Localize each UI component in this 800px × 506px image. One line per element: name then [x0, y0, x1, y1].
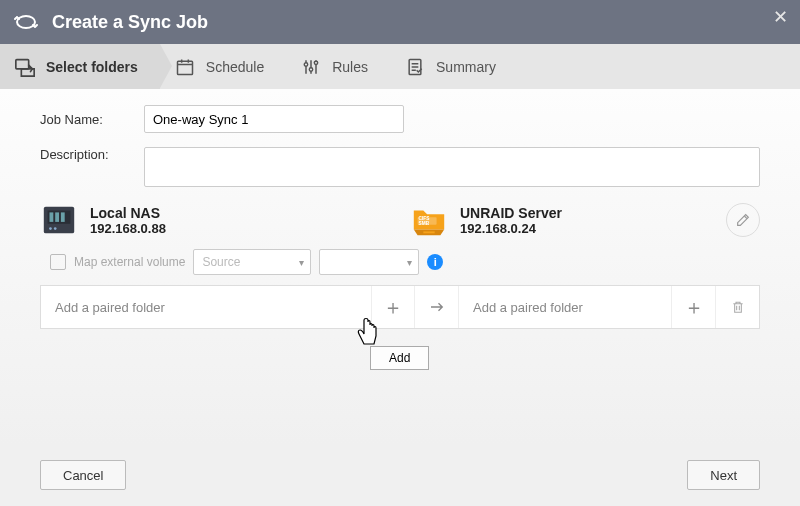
map-source-select[interactable]: Source: [193, 249, 311, 275]
calendar-icon: [174, 56, 196, 78]
svg-rect-10: [55, 212, 59, 222]
destination-host-name: UNRAID Server: [460, 205, 562, 221]
add-source-folder-button[interactable]: ＋: [371, 286, 415, 328]
svg-rect-9: [50, 212, 54, 222]
job-name-input[interactable]: [144, 105, 404, 133]
add-destination-folder-button[interactable]: ＋: [671, 286, 715, 328]
info-icon[interactable]: i: [427, 254, 443, 270]
sync-icon: [14, 10, 38, 34]
step-summary[interactable]: Summary: [390, 44, 518, 89]
step-schedule[interactable]: Schedule: [160, 44, 286, 89]
titlebar: Create a Sync Job: [0, 0, 800, 44]
svg-point-5: [315, 61, 318, 64]
svg-rect-2: [177, 61, 192, 74]
svg-point-4: [310, 67, 313, 70]
wizard-steps: Select folders Schedule Rules Summary: [0, 44, 800, 89]
next-button[interactable]: Next: [687, 460, 760, 490]
source-host-ip: 192.168.0.88: [90, 221, 166, 236]
step-label: Schedule: [206, 59, 264, 75]
svg-rect-17: [423, 231, 434, 233]
map-dest-select[interactable]: [319, 249, 419, 275]
cifs-folder-icon: CIFS SMB: [410, 201, 448, 239]
content-area: Job Name: Description: Local NAS 192.168…: [0, 89, 800, 444]
description-label: Description:: [40, 147, 144, 162]
select-folders-icon: [14, 56, 36, 78]
edit-hosts-button[interactable]: [726, 203, 760, 237]
svg-rect-11: [61, 212, 65, 222]
paired-folder-row: Add a paired folder ＋ Add a paired folde…: [40, 285, 760, 329]
sync-direction-indicator: [415, 286, 459, 328]
summary-icon: [404, 56, 426, 78]
step-rules[interactable]: Rules: [286, 44, 390, 89]
map-external-volume-row: Map external volume Source i: [50, 249, 760, 275]
paired-source-cell[interactable]: Add a paired folder: [41, 286, 371, 328]
plus-icon: ＋: [684, 294, 704, 321]
delete-pair-button[interactable]: [715, 286, 759, 328]
add-tooltip: Add: [370, 346, 429, 370]
job-name-row: Job Name:: [40, 105, 760, 133]
job-name-label: Job Name:: [40, 112, 144, 127]
destination-host: CIFS SMB UNRAID Server 192.168.0.24: [410, 201, 726, 239]
svg-point-3: [305, 62, 308, 65]
sliders-icon: [300, 56, 322, 78]
nas-icon: [40, 201, 78, 239]
window-title: Create a Sync Job: [52, 12, 208, 33]
paired-destination-cell[interactable]: Add a paired folder: [459, 286, 671, 328]
step-label: Summary: [436, 59, 496, 75]
description-input[interactable]: [144, 147, 760, 187]
plus-icon: ＋: [383, 294, 403, 321]
svg-text:SMB: SMB: [419, 221, 430, 226]
map-external-checkbox[interactable]: [50, 254, 66, 270]
source-host-name: Local NAS: [90, 205, 166, 221]
step-select-folders[interactable]: Select folders: [0, 44, 160, 89]
step-label: Rules: [332, 59, 368, 75]
svg-rect-1: [16, 59, 29, 68]
map-external-label: Map external volume: [74, 255, 185, 269]
close-icon[interactable]: ✕: [773, 6, 788, 28]
step-label: Select folders: [46, 59, 138, 75]
hosts-row: Local NAS 192.168.0.88 CIFS SMB UNRAID S…: [40, 201, 760, 239]
svg-point-13: [54, 227, 57, 230]
footer: Cancel Next: [0, 444, 800, 506]
source-host: Local NAS 192.168.0.88: [40, 201, 410, 239]
svg-point-12: [49, 227, 52, 230]
cancel-button[interactable]: Cancel: [40, 460, 126, 490]
description-row: Description:: [40, 147, 760, 187]
destination-host-ip: 192.168.0.24: [460, 221, 562, 236]
svg-point-0: [17, 16, 35, 28]
